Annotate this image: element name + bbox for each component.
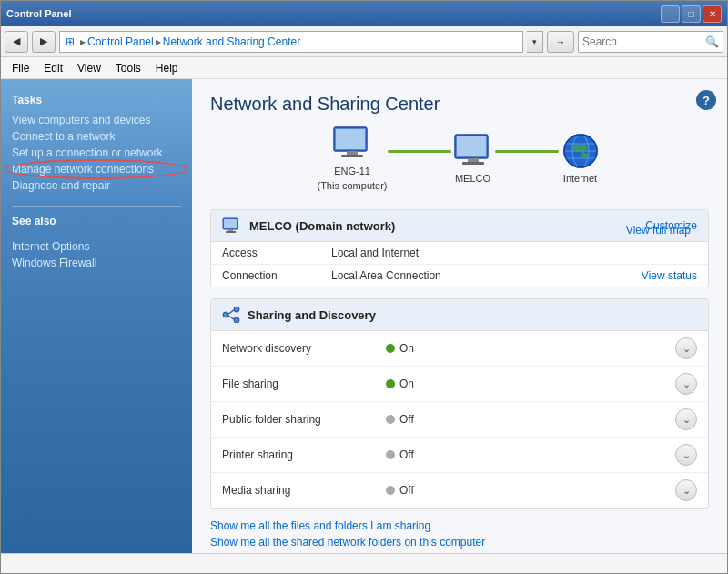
search-input[interactable] — [582, 35, 702, 48]
menu-tools[interactable]: Tools — [108, 59, 148, 77]
connection-value: Local Area Connection — [331, 269, 642, 282]
go-button[interactable]: → — [547, 31, 574, 53]
bottom-links: Show me all the files and folders I am s… — [210, 519, 709, 549]
forward-button[interactable]: ▶ — [32, 31, 56, 53]
menu-help[interactable]: Help — [148, 59, 186, 77]
sharing-row-2: Public folder sharingOff⌄ — [211, 402, 708, 438]
sidebar-item-view-computers[interactable]: View computers and devices — [12, 112, 181, 128]
sharing-row-status-0: On — [386, 342, 675, 355]
view-full-map-link[interactable]: View full map — [626, 224, 691, 237]
computer-sub: (This computer) — [317, 180, 387, 191]
bottom-link-1[interactable]: Show me all the files and folders I am s… — [210, 519, 709, 532]
search-icon[interactable]: 🔍 — [705, 35, 719, 48]
sharing-row-status-4: Off — [386, 484, 675, 497]
path-icon: ⊞ — [66, 35, 75, 48]
menu-file[interactable]: File — [5, 59, 36, 77]
close-button[interactable]: ✕ — [703, 5, 722, 23]
network-name: MELCO — [455, 173, 490, 184]
menu-view[interactable]: View — [70, 59, 108, 77]
title-bar: Control Panel – □ ✕ — [1, 1, 727, 26]
path-root[interactable]: Control Panel — [87, 35, 154, 48]
status-dot-3 — [386, 450, 395, 459]
status-text-3: Off — [399, 448, 414, 461]
sharing-icon — [222, 307, 240, 323]
status-dot-4 — [386, 486, 395, 495]
status-text-1: On — [399, 378, 414, 390]
sidebar-item-setup-connection[interactable]: Set up a connection or network — [12, 145, 181, 161]
tasks-title: Tasks — [12, 94, 181, 106]
sharing-row-label-2: Public folder sharing — [222, 413, 386, 426]
computer-icon — [330, 126, 374, 162]
sharing-row-label-4: Media sharing — [222, 484, 386, 497]
sharing-rows: Network discoveryOn⌄File sharingOn⌄Publi… — [211, 331, 708, 508]
connection-label: Connection — [222, 269, 331, 282]
connection-row: Connection Local Area Connection View st… — [211, 265, 708, 287]
access-row: Access Local and Internet — [211, 242, 708, 265]
page-title: Network and Sharing Center — [210, 94, 709, 115]
sharing-row-1: File sharingOn⌄ — [211, 367, 708, 402]
network-diagram-container: View full map ENG-11 (This computer) — [210, 126, 709, 191]
svg-rect-7 — [462, 162, 484, 165]
network-line-1 — [388, 150, 451, 153]
sidebar: Tasks View computers and devices Connect… — [1, 79, 192, 553]
status-dot-0 — [386, 344, 395, 353]
chevron-btn-3[interactable]: ⌄ — [675, 444, 697, 466]
address-dropdown-button[interactable]: ▾ — [527, 31, 543, 53]
access-label: Access — [222, 247, 331, 259]
view-status-link[interactable]: View status — [642, 269, 697, 282]
svg-point-19 — [234, 307, 239, 312]
sidebar-divider — [12, 206, 181, 207]
sidebar-item-windows-firewall[interactable]: Windows Firewall — [12, 255, 181, 271]
sidebar-item-connect-network[interactable]: Connect to a network — [12, 128, 181, 145]
internet-label: Internet — [563, 173, 597, 184]
network-header-left: MELCO (Domain network) — [222, 217, 395, 234]
chevron-btn-2[interactable]: ⌄ — [675, 408, 697, 430]
search-box[interactable]: 🔍 — [578, 31, 723, 53]
svg-rect-3 — [341, 155, 363, 157]
status-bar — [1, 553, 727, 573]
address-path[interactable]: ⊞ ▸ Control Panel ▸ Network and Sharing … — [59, 31, 523, 53]
internet-node: Internet — [559, 133, 602, 184]
menu-bar: File Edit View Tools Help — [1, 57, 727, 79]
sharing-title: Sharing and Discovery — [248, 308, 376, 322]
help-icon[interactable]: ? — [696, 90, 716, 110]
chevron-btn-0[interactable]: ⌄ — [675, 337, 697, 359]
status-dot-1 — [386, 379, 395, 388]
path-child[interactable]: Network and Sharing Center — [163, 35, 300, 48]
computer-name: ENG-11 — [334, 166, 370, 176]
sidebar-item-manage-connections[interactable]: Manage network connections — [12, 161, 181, 177]
sharing-header: Sharing and Discovery — [211, 299, 708, 331]
svg-line-21 — [228, 310, 234, 314]
svg-point-20 — [234, 317, 239, 323]
status-text-2: Off — [399, 413, 414, 426]
back-button[interactable]: ◀ — [5, 31, 28, 53]
sharing-row-label-1: File sharing — [222, 378, 386, 390]
chevron-btn-1[interactable]: ⌄ — [675, 373, 697, 395]
maximize-button[interactable]: □ — [682, 5, 701, 23]
window-title: Control Panel — [6, 8, 72, 19]
sharing-row-status-2: Off — [386, 413, 675, 426]
bottom-link-2[interactable]: Show me all the shared network folders o… — [210, 536, 709, 549]
minimize-button[interactable]: – — [661, 5, 680, 23]
sharing-row-4: Media sharingOff⌄ — [211, 473, 708, 508]
sharing-row-3: Printer sharingOff⌄ — [211, 438, 708, 473]
status-text-0: On — [399, 342, 414, 355]
sidebar-item-internet-options[interactable]: Internet Options — [12, 238, 181, 255]
sharing-row-label-3: Printer sharing — [222, 448, 386, 461]
network-diagram: ENG-11 (This computer) MELCO — [210, 126, 709, 191]
globe-icon — [559, 133, 602, 169]
sidebar-item-diagnose[interactable]: Diagnose and repair — [12, 177, 181, 194]
see-also-title: See also — [1, 215, 192, 227]
svg-rect-1 — [336, 129, 365, 149]
chevron-btn-4[interactable]: ⌄ — [675, 479, 697, 501]
main-window: Control Panel – □ ✕ ◀ ▶ ⊞ ▸ Control Pane… — [0, 0, 728, 574]
network-title: MELCO (Domain network) — [249, 219, 395, 233]
sharing-row-0: Network discoveryOn⌄ — [211, 331, 708, 367]
sharing-row-status-1: On — [386, 378, 675, 390]
sharing-row-label-0: Network discovery — [222, 342, 386, 355]
svg-rect-16 — [228, 229, 233, 231]
svg-rect-17 — [226, 231, 236, 233]
network-node: MELCO — [451, 133, 495, 184]
menu-edit[interactable]: Edit — [36, 59, 70, 77]
status-text-4: Off — [399, 484, 414, 497]
